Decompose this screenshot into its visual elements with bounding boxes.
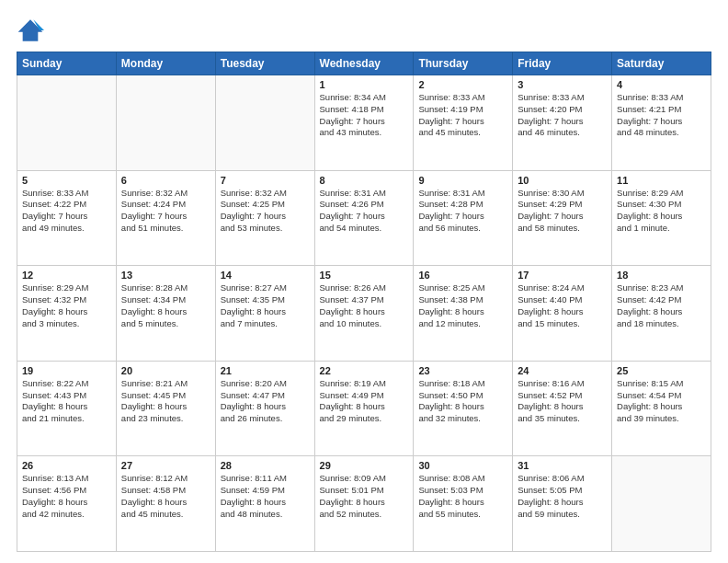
day-info: Sunrise: 8:26 AMSunset: 4:37 PMDaylight:… [320,282,409,329]
weekday-header: Friday [513,52,612,75]
calendar-cell: 9Sunrise: 8:31 AMSunset: 4:28 PMDaylight… [414,170,513,266]
day-info: Sunrise: 8:09 AMSunset: 5:01 PMDaylight:… [320,473,409,520]
weekday-header: Thursday [414,52,513,75]
calendar-cell: 27Sunrise: 8:12 AMSunset: 4:58 PMDayligh… [116,456,215,552]
day-number: 7 [221,175,310,186]
calendar-cell: 24Sunrise: 8:16 AMSunset: 4:52 PMDayligh… [513,361,612,456]
day-info: Sunrise: 8:31 AMSunset: 4:28 PMDaylight:… [418,188,507,235]
weekday-header: Monday [116,52,215,75]
day-info: Sunrise: 8:33 AMSunset: 4:22 PMDaylight:… [22,188,111,235]
calendar-cell: 22Sunrise: 8:19 AMSunset: 4:49 PMDayligh… [314,361,414,456]
day-number: 27 [121,460,210,471]
calendar-week-row: 12Sunrise: 8:29 AMSunset: 4:32 PMDayligh… [17,266,711,362]
calendar-cell: 31Sunrise: 8:06 AMSunset: 5:05 PMDayligh… [513,456,612,552]
day-number: 22 [320,365,409,376]
day-info: Sunrise: 8:16 AMSunset: 4:52 PMDaylight:… [518,378,607,425]
weekday-header: Sunday [17,52,117,75]
calendar-cell: 13Sunrise: 8:28 AMSunset: 4:34 PMDayligh… [116,266,215,362]
calendar-cell: 1Sunrise: 8:34 AMSunset: 4:18 PMDaylight… [314,75,414,171]
calendar-week-row: 5Sunrise: 8:33 AMSunset: 4:22 PMDaylight… [17,170,711,266]
day-info: Sunrise: 8:27 AMSunset: 4:35 PMDaylight:… [221,282,310,329]
calendar-cell [17,75,117,171]
calendar-cell: 11Sunrise: 8:29 AMSunset: 4:30 PMDayligh… [612,170,711,266]
day-info: Sunrise: 8:30 AMSunset: 4:29 PMDaylight:… [518,188,607,235]
calendar-cell [215,75,314,171]
day-info: Sunrise: 8:06 AMSunset: 5:05 PMDaylight:… [518,473,607,520]
logo-icon [17,17,44,44]
day-info: Sunrise: 8:19 AMSunset: 4:49 PMDaylight:… [320,378,409,425]
calendar-cell: 25Sunrise: 8:15 AMSunset: 4:54 PMDayligh… [612,361,711,456]
day-number: 24 [518,365,607,376]
calendar-cell: 15Sunrise: 8:26 AMSunset: 4:37 PMDayligh… [314,266,414,362]
day-number: 8 [320,175,409,186]
day-number: 12 [22,270,111,281]
day-info: Sunrise: 8:32 AMSunset: 4:25 PMDaylight:… [221,188,310,235]
calendar-cell: 29Sunrise: 8:09 AMSunset: 5:01 PMDayligh… [314,456,414,552]
day-info: Sunrise: 8:20 AMSunset: 4:47 PMDaylight:… [221,378,310,425]
calendar-cell: 7Sunrise: 8:32 AMSunset: 4:25 PMDaylight… [215,170,314,266]
day-number: 13 [121,270,210,281]
day-number: 30 [418,460,507,471]
day-info: Sunrise: 8:23 AMSunset: 4:42 PMDaylight:… [617,282,706,329]
day-number: 15 [320,270,409,281]
day-number: 28 [221,460,310,471]
calendar-cell: 14Sunrise: 8:27 AMSunset: 4:35 PMDayligh… [215,266,314,362]
day-info: Sunrise: 8:33 AMSunset: 4:21 PMDaylight:… [617,92,706,139]
day-number: 16 [418,270,507,281]
day-number: 25 [617,365,706,376]
calendar-cell: 10Sunrise: 8:30 AMSunset: 4:29 PMDayligh… [513,170,612,266]
day-number: 23 [418,365,507,376]
calendar-cell: 5Sunrise: 8:33 AMSunset: 4:22 PMDaylight… [17,170,117,266]
day-number: 19 [22,365,111,376]
calendar-cell [612,456,711,552]
calendar-cell: 4Sunrise: 8:33 AMSunset: 4:21 PMDaylight… [612,75,711,171]
day-info: Sunrise: 8:33 AMSunset: 4:19 PMDaylight:… [418,92,507,139]
calendar-cell: 23Sunrise: 8:18 AMSunset: 4:50 PMDayligh… [414,361,513,456]
day-info: Sunrise: 8:13 AMSunset: 4:56 PMDaylight:… [22,473,111,520]
calendar-cell: 6Sunrise: 8:32 AMSunset: 4:24 PMDaylight… [116,170,215,266]
day-number: 2 [418,79,507,90]
day-number: 18 [617,270,706,281]
svg-marker-0 [18,19,43,40]
day-number: 14 [221,270,310,281]
weekday-header: Tuesday [215,52,314,75]
day-info: Sunrise: 8:25 AMSunset: 4:38 PMDaylight:… [418,282,507,329]
day-info: Sunrise: 8:12 AMSunset: 4:58 PMDaylight:… [121,473,210,520]
calendar-table: SundayMondayTuesdayWednesdayThursdayFrid… [17,52,711,552]
logo [17,17,48,44]
day-info: Sunrise: 8:21 AMSunset: 4:45 PMDaylight:… [121,378,210,425]
day-info: Sunrise: 8:34 AMSunset: 4:18 PMDaylight:… [320,92,409,139]
calendar-cell: 12Sunrise: 8:29 AMSunset: 4:32 PMDayligh… [17,266,117,362]
calendar-cell: 30Sunrise: 8:08 AMSunset: 5:03 PMDayligh… [414,456,513,552]
calendar-cell: 3Sunrise: 8:33 AMSunset: 4:20 PMDaylight… [513,75,612,171]
day-number: 5 [22,175,111,186]
calendar-week-row: 1Sunrise: 8:34 AMSunset: 4:18 PMDaylight… [17,75,711,171]
day-info: Sunrise: 8:33 AMSunset: 4:20 PMDaylight:… [518,92,607,139]
day-info: Sunrise: 8:24 AMSunset: 4:40 PMDaylight:… [518,282,607,329]
calendar-header-row: SundayMondayTuesdayWednesdayThursdayFrid… [17,52,711,75]
calendar-cell: 19Sunrise: 8:22 AMSunset: 4:43 PMDayligh… [17,361,117,456]
day-info: Sunrise: 8:31 AMSunset: 4:26 PMDaylight:… [320,188,409,235]
day-info: Sunrise: 8:29 AMSunset: 4:30 PMDaylight:… [617,188,706,235]
calendar-cell: 18Sunrise: 8:23 AMSunset: 4:42 PMDayligh… [612,266,711,362]
calendar-cell: 26Sunrise: 8:13 AMSunset: 4:56 PMDayligh… [17,456,117,552]
calendar-week-row: 19Sunrise: 8:22 AMSunset: 4:43 PMDayligh… [17,361,711,456]
day-info: Sunrise: 8:15 AMSunset: 4:54 PMDaylight:… [617,378,706,425]
calendar-cell: 17Sunrise: 8:24 AMSunset: 4:40 PMDayligh… [513,266,612,362]
day-number: 4 [617,79,706,90]
day-number: 31 [518,460,607,471]
calendar-cell: 16Sunrise: 8:25 AMSunset: 4:38 PMDayligh… [414,266,513,362]
weekday-header: Wednesday [314,52,414,75]
calendar-week-row: 26Sunrise: 8:13 AMSunset: 4:56 PMDayligh… [17,456,711,552]
calendar-cell: 2Sunrise: 8:33 AMSunset: 4:19 PMDaylight… [414,75,513,171]
day-number: 10 [518,175,607,186]
day-number: 1 [320,79,409,90]
calendar-cell: 28Sunrise: 8:11 AMSunset: 4:59 PMDayligh… [215,456,314,552]
day-number: 26 [22,460,111,471]
header [17,17,711,44]
day-number: 6 [121,175,210,186]
day-info: Sunrise: 8:32 AMSunset: 4:24 PMDaylight:… [121,188,210,235]
day-number: 29 [320,460,409,471]
day-info: Sunrise: 8:18 AMSunset: 4:50 PMDaylight:… [418,378,507,425]
day-info: Sunrise: 8:29 AMSunset: 4:32 PMDaylight:… [22,282,111,329]
